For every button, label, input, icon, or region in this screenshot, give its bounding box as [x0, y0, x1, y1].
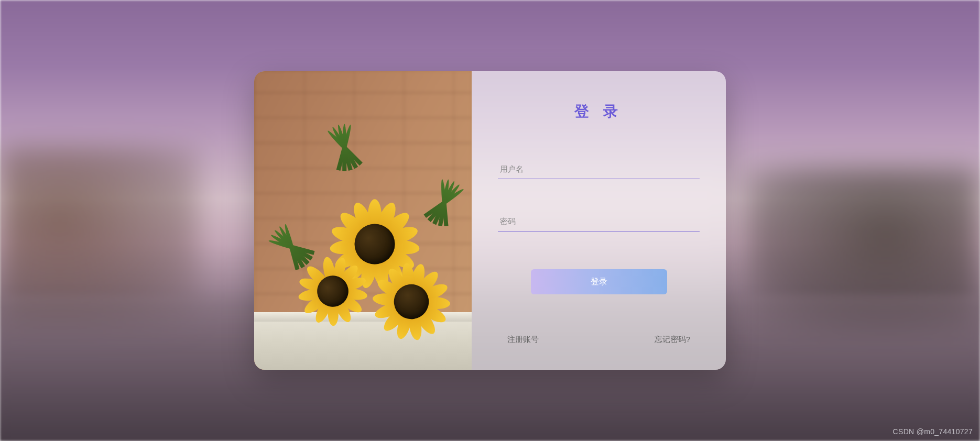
- register-link[interactable]: 注册账号: [507, 335, 539, 345]
- sunflower-icon: [297, 255, 369, 327]
- password-field: [498, 212, 700, 231]
- login-form: 登 录 登录 注册账号 忘记密码?: [472, 71, 726, 370]
- login-card: 登 录 登录 注册账号 忘记密码?: [254, 71, 726, 370]
- form-title: 登 录: [498, 102, 700, 122]
- password-input[interactable]: [498, 212, 700, 231]
- forgot-password-link[interactable]: 忘记密码?: [655, 335, 690, 345]
- username-input[interactable]: [498, 159, 700, 179]
- card-illustration: [254, 71, 472, 370]
- watermark: CSDN @m0_74410727: [893, 427, 973, 436]
- form-footer: 注册账号 忘记密码?: [498, 335, 700, 349]
- username-field: [498, 159, 700, 179]
- login-button[interactable]: 登录: [531, 269, 667, 294]
